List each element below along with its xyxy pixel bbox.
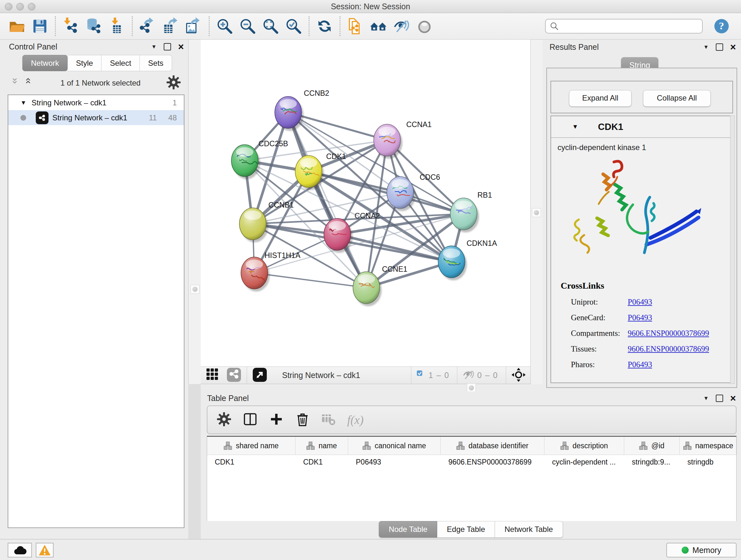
control-panel-title: Control Panel <box>9 42 57 51</box>
zoom-window-button[interactable] <box>28 3 36 10</box>
table-cell[interactable]: 9606.ENSP00000378699 <box>441 458 544 466</box>
collection-expand-icon[interactable]: ▼ <box>20 99 26 106</box>
network-share-badge-icon[interactable] <box>226 367 242 384</box>
search-box[interactable] <box>545 19 703 34</box>
show-column-icon[interactable] <box>243 412 258 428</box>
network-canvas[interactable]: CCNB2 CCNA1 CDC25B CDK1 CDC6 <box>201 40 530 367</box>
node-CCNA1[interactable]: CCNA1 <box>374 120 432 159</box>
table-row[interactable]: CDK1CDK1P064939606.ENSP00000378699cyclin… <box>207 455 736 469</box>
cloud-button[interactable] <box>8 543 32 557</box>
bottom-divider-collapse-knob[interactable] <box>467 383 476 392</box>
tab-network-table[interactable]: Network Table <box>495 521 563 538</box>
column-header-canonicalname[interactable]: canonical name <box>348 437 441 455</box>
results-scrollbar[interactable] <box>730 116 735 384</box>
column-header-namespace[interactable]: namespace <box>680 437 737 455</box>
control-panel-maximize-icon[interactable] <box>164 43 171 51</box>
save-session-button[interactable] <box>29 16 51 37</box>
control-panel-float-icon[interactable]: ▼ <box>151 44 157 50</box>
table-panel-close-icon[interactable]: × <box>730 395 736 401</box>
column-header-databaseidentifier[interactable]: database identifier <box>441 437 544 455</box>
control-panel-close-icon[interactable]: × <box>178 44 184 50</box>
table-settings-gear-icon[interactable] <box>216 412 232 428</box>
export-network-button[interactable] <box>137 16 158 37</box>
show-all-button[interactable] <box>414 16 435 37</box>
expand-all-networks-icon[interactable] <box>11 77 22 89</box>
column-header-sharedname[interactable]: shared name <box>207 437 295 455</box>
add-column-icon[interactable] <box>269 412 284 428</box>
memory-button[interactable]: Memory <box>666 543 737 557</box>
table-panel-maximize-icon[interactable] <box>716 395 723 402</box>
column-header-name[interactable]: name <box>295 437 348 455</box>
edge-CCNE1-HIST1H1A[interactable] <box>254 273 366 288</box>
tab-style[interactable]: Style <box>68 55 102 71</box>
export-table-button[interactable] <box>160 16 181 37</box>
results-panel-float-icon[interactable]: ▼ <box>703 44 709 51</box>
warning-button[interactable] <box>36 543 54 557</box>
node-CCNE1[interactable]: CCNE1 <box>353 265 408 306</box>
refresh-button[interactable] <box>314 16 335 37</box>
share-document-button[interactable] <box>345 16 366 37</box>
left-panel-divider[interactable] <box>188 40 201 384</box>
crosslink-value-link[interactable]: P06493 <box>628 313 652 322</box>
network-graph[interactable]: CCNB2 CCNA1 CDC25B CDK1 CDC6 <box>201 40 530 367</box>
network-options-gear-icon[interactable] <box>166 75 181 91</box>
table-cell[interactable]: stringdb <box>680 458 737 466</box>
collapse-all-button[interactable]: Collapse All <box>643 90 711 107</box>
hide-selected-button[interactable] <box>391 16 412 37</box>
node-CDKN1A[interactable]: CDKN1A <box>438 239 497 280</box>
delete-column-trash-icon[interactable] <box>295 412 310 428</box>
crosslink-value-link[interactable]: 9606.ENSP00000378699 <box>628 345 709 354</box>
window-titlebar: Session: New Session <box>0 0 741 13</box>
zoom-in-button[interactable] <box>214 16 235 37</box>
show-grid-icon[interactable] <box>205 367 220 384</box>
tab-network[interactable]: Network <box>22 55 68 71</box>
table-cell[interactable]: cyclin-dependent ... <box>544 458 624 466</box>
results-panel-maximize-icon[interactable] <box>716 44 723 51</box>
network-collection-row[interactable]: ▼ String Network – cdk1 1 <box>8 95 184 110</box>
column-header-description[interactable]: description <box>544 437 624 455</box>
tab-sets[interactable]: Sets <box>140 55 172 71</box>
selected-checkbox-icon[interactable] <box>416 370 426 381</box>
zoom-out-button[interactable] <box>237 16 258 37</box>
hidden-eye-slash-icon[interactable] <box>462 369 475 382</box>
birds-eye-view-icon[interactable] <box>252 367 267 384</box>
tab-node-table[interactable]: Node Table <box>379 521 437 538</box>
import-table-button[interactable] <box>106 16 127 37</box>
results-panel-close-icon[interactable]: × <box>730 44 736 51</box>
import-database-button[interactable] <box>83 16 105 37</box>
collection-name: String Network – cdk1 <box>31 98 107 107</box>
right-panel-divider[interactable] <box>530 40 543 384</box>
home-networks-button[interactable] <box>368 16 389 37</box>
crosslink-value-link[interactable]: 9606.ENSP00000378699 <box>628 329 709 338</box>
zoom-fit-button[interactable] <box>260 16 281 37</box>
network-row[interactable]: String Network – cdk1 11 48 <box>8 110 184 125</box>
tab-edge-table[interactable]: Edge Table <box>437 521 495 538</box>
table-cell[interactable]: CDK1 <box>207 458 295 466</box>
crosslink-row: GeneCard: P06493 <box>561 313 709 322</box>
close-window-button[interactable] <box>5 3 12 10</box>
search-input[interactable] <box>559 21 702 31</box>
gene-collapse-icon[interactable]: ▼ <box>572 123 578 130</box>
minimize-window-button[interactable] <box>16 3 24 10</box>
crosslink-value-link[interactable]: P06493 <box>628 360 652 369</box>
table-cell[interactable]: CDK1 <box>295 458 348 466</box>
import-network-button[interactable] <box>60 16 81 37</box>
table-cell[interactable]: stringdb:9... <box>624 458 680 466</box>
tab-select[interactable]: Select <box>102 55 140 71</box>
zoom-selected-button[interactable] <box>283 16 304 37</box>
table-cell[interactable]: P06493 <box>348 458 441 466</box>
network-selected-info: 1 of 1 Network selected <box>35 78 166 87</box>
column-header-id[interactable]: @id <box>624 437 680 455</box>
crosslink-value-link[interactable]: P06493 <box>628 298 652 307</box>
left-divider-collapse-knob[interactable] <box>191 285 199 294</box>
right-divider-collapse-knob[interactable] <box>532 208 541 217</box>
open-session-button[interactable] <box>6 16 27 37</box>
node-HIST1H1A[interactable]: HIST1H1A <box>241 251 300 292</box>
expand-all-button[interactable]: Expand All <box>569 90 631 107</box>
export-image-button[interactable] <box>183 16 204 37</box>
table-panel-float-icon[interactable]: ▼ <box>703 395 709 401</box>
node-RB1[interactable]: RB1 <box>450 191 492 233</box>
fit-content-crosshair-icon[interactable] <box>511 368 526 383</box>
collapse-all-networks-icon[interactable] <box>24 77 35 89</box>
help-button[interactable]: ? <box>711 16 732 37</box>
